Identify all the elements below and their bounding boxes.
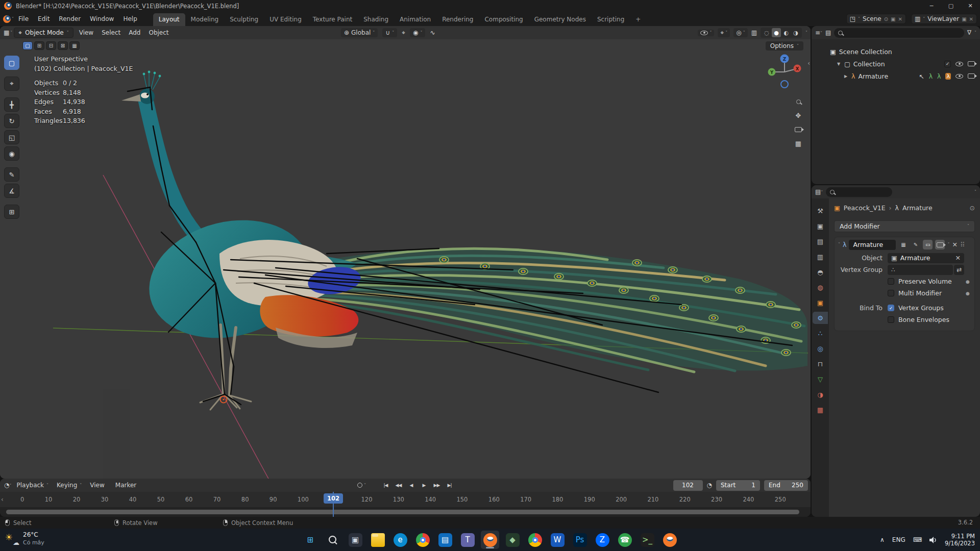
options-button[interactable]: Options ˅ — [766, 41, 803, 51]
workspace-rendering[interactable]: Rendering — [436, 13, 479, 26]
terminal-icon[interactable]: >_ — [638, 531, 656, 549]
tab-texture[interactable]: ▦ — [813, 404, 828, 416]
play-reverse-button[interactable]: ◀ — [405, 480, 417, 490]
edit-mode-toggle[interactable]: ✎ — [911, 240, 920, 249]
cursor-tool[interactable]: ⌖ — [4, 77, 19, 91]
modifier-name-field[interactable]: Armature — [849, 240, 896, 250]
expand-arrow-icon[interactable]: ▼ — [836, 62, 841, 66]
add-workspace-button[interactable]: + — [630, 13, 646, 26]
tab-physics[interactable]: ◎ — [813, 342, 828, 355]
scene-selector[interactable]: ◳˅ Scene ⊙ ▣ ✕ — [846, 14, 906, 24]
render-camera-icon[interactable] — [968, 61, 975, 66]
gizmos-dropdown[interactable]: ⌖ ˅ — [718, 28, 730, 37]
phone-icon[interactable]: ☎ — [616, 531, 634, 549]
app-icon[interactable]: >_ — [641, 533, 654, 547]
timeline-menu-item[interactable]: Playback ˅ — [12, 481, 53, 490]
tab-scene[interactable]: ◓ — [813, 266, 828, 278]
tab-modifiers[interactable]: ⚙ — [813, 312, 828, 324]
editor-type-icon[interactable]: ▦˅ — [4, 29, 12, 36]
proportional-editing-toggle[interactable]: ◉ ˅ — [410, 28, 425, 37]
next-keyframe-button[interactable]: ▶▶ — [431, 480, 443, 490]
viewport-menu-item[interactable]: Select — [97, 28, 125, 37]
outliner-search-input[interactable] — [834, 28, 964, 38]
select-mode-button[interactable]: ⊞ — [34, 41, 44, 50]
breadcrumb-item[interactable]: Armature — [902, 204, 933, 212]
end-frame-field[interactable]: End 250 — [764, 480, 808, 491]
vertex-group-field[interactable]: ∴ — [888, 265, 953, 275]
weather-widget[interactable]: ☀☁ 26°C Có mây — [5, 531, 44, 546]
pan-hand-icon[interactable]: ✥ — [796, 112, 801, 119]
edge-icon[interactable]: e — [391, 531, 409, 549]
render-display-toggle[interactable] — [935, 240, 945, 249]
hide-eye-icon[interactable] — [955, 62, 963, 66]
properties-editor-icon[interactable]: ▤˅ — [815, 188, 823, 195]
clock[interactable]: 9:11 PM 9/16/2023 — [945, 533, 975, 547]
start-frame-field[interactable]: Start 1 — [716, 480, 760, 491]
app-icon[interactable]: T — [461, 533, 475, 547]
app-icon[interactable]: e — [394, 533, 407, 547]
falloff-icon[interactable]: ∿ — [430, 29, 435, 36]
play-button[interactable]: ▶ — [418, 480, 430, 490]
mode-dropdown[interactable]: ⌖ Object Mode ˅ — [14, 28, 73, 38]
visibility-dropdown[interactable]: ˅ — [698, 30, 714, 36]
prev-keyframe-button[interactable]: ◀◀ — [393, 480, 404, 490]
blender-icon[interactable] — [660, 531, 679, 549]
workspace-texture-paint[interactable]: Texture Paint — [307, 13, 358, 26]
current-frame-badge[interactable]: 102 — [324, 493, 343, 504]
app-icon[interactable] — [326, 533, 340, 547]
word-icon[interactable]: W — [548, 531, 567, 549]
zalo-icon[interactable]: Z — [593, 531, 611, 549]
timeline-editor-icon[interactable]: ◔˅ — [4, 482, 11, 489]
app-icon[interactable]: ☎ — [618, 533, 632, 547]
scene-name[interactable]: Scene — [863, 15, 881, 22]
outliner-editor-icon[interactable]: ≡˅ — [815, 29, 822, 36]
shading-rendered[interactable]: ◑ — [791, 28, 800, 37]
new-scene-icon[interactable]: ▣ — [891, 16, 895, 22]
menu-item[interactable]: Render — [54, 14, 85, 24]
filter-icon[interactable]: ∇ — [967, 29, 971, 36]
teams-icon[interactable]: T — [458, 531, 477, 549]
properties-search-input[interactable] — [826, 187, 892, 197]
measure-tool[interactable]: ∡ — [4, 184, 19, 198]
rotate-tool[interactable]: ↻ — [4, 114, 19, 128]
jump-to-end-button[interactable]: ▶| — [444, 480, 455, 490]
start-button[interactable]: ⊞ — [301, 531, 320, 549]
tab-view-layer[interactable]: ▥ — [813, 251, 828, 263]
unity-icon[interactable]: ◆ — [503, 531, 522, 549]
navigation-gizmo[interactable]: Z X Y — [766, 52, 803, 92]
animate-dot[interactable]: ● — [964, 291, 971, 296]
unlink-scene-icon[interactable]: ✕ — [898, 16, 902, 22]
extras-dropdown-icon[interactable]: ˅ — [947, 242, 949, 247]
collection-checkbox[interactable]: ✓ — [944, 61, 951, 67]
tab-material[interactable]: ◑ — [813, 388, 828, 400]
workspace-scripting[interactable]: Scripting — [592, 13, 630, 26]
app-icon[interactable]: ◆ — [506, 533, 520, 547]
app-icon[interactable] — [371, 533, 385, 547]
timeline-ruler[interactable]: 0102030405060708090100110120130140150160… — [0, 492, 811, 507]
shading-wireframe[interactable]: ◌ — [762, 28, 771, 37]
file-explorer-icon[interactable] — [369, 531, 387, 549]
photoshop-icon[interactable]: Ps — [571, 531, 589, 549]
drag-handle-icon[interactable]: ⠿ — [960, 241, 965, 248]
realtime-display-toggle[interactable]: ▭ — [923, 240, 933, 249]
multi-modifier-checkbox[interactable] — [888, 290, 894, 296]
overlays-dropdown[interactable]: ◎ ˅ — [733, 28, 747, 37]
tab-object[interactable]: ▣ — [813, 296, 828, 309]
viewport-menu-item[interactable]: View — [75, 28, 97, 37]
chrome-icon[interactable] — [413, 531, 432, 549]
menu-item[interactable]: Window — [85, 14, 118, 24]
task-view-button[interactable]: ▣ — [346, 531, 364, 549]
vertex-groups-checkbox[interactable]: ✓ — [888, 305, 894, 311]
app-icon[interactable]: ▣ — [349, 533, 362, 547]
preview-range-clock-icon[interactable]: ◔ — [707, 482, 712, 489]
app-icon[interactable]: ⊞ — [304, 533, 317, 547]
outliner-row-collection[interactable]: ▼ ▢ Collection ✓ — [812, 58, 980, 70]
select-mode-button[interactable]: ⊟ — [46, 41, 56, 50]
tray-expand-icon[interactable]: ∧ — [880, 536, 885, 543]
app-icon[interactable]: W — [551, 533, 565, 547]
auto-keying-toggle[interactable]: ˅ — [357, 483, 366, 488]
jump-to-start-button[interactable]: |◀ — [380, 480, 391, 490]
timeline-menu-item[interactable]: Marker — [111, 481, 143, 490]
blender-menu-icon[interactable] — [3, 15, 11, 23]
select-mode-button[interactable]: ⊠ — [58, 41, 68, 50]
